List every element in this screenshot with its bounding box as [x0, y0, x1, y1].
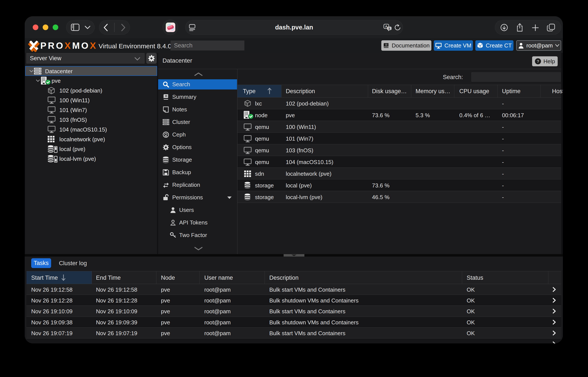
svg-text:?: ?	[537, 59, 539, 64]
svg-text:A: A	[385, 24, 388, 28]
svg-text:文: 文	[388, 27, 391, 30]
